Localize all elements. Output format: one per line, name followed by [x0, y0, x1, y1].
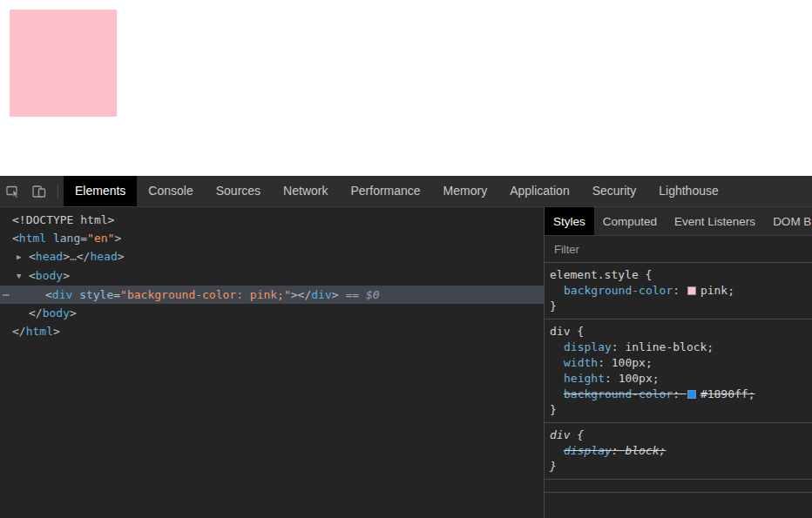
code-token-tag: html — [19, 232, 46, 245]
code-token-plain — [72, 288, 79, 301]
code-token-tag: html — [26, 325, 53, 338]
elements-pane: <!DOCTYPE html><html lang="en">▶<head>…<… — [0, 207, 545, 518]
tab-performance[interactable]: Performance — [339, 176, 431, 206]
rule-selector[interactable]: div — [550, 428, 570, 441]
style-rule: div {display: inline-block;width: 100px;… — [545, 320, 812, 423]
tree-row[interactable]: ▼<body> — [0, 266, 544, 286]
css-property-value[interactable]: 100px; — [612, 356, 653, 369]
rule-closing-brace: } — [550, 459, 809, 474]
color-swatch[interactable] — [687, 390, 696, 399]
tab-lighthouse[interactable]: Lighthouse — [647, 176, 730, 206]
code-token-punct: </ — [12, 325, 26, 338]
code-token-punct: </ — [29, 306, 43, 320]
css-declaration[interactable]: width: 100px; — [550, 355, 809, 371]
styles-empty-section — [545, 480, 812, 493]
css-property-name[interactable]: display — [564, 340, 612, 353]
styles-tabs: StylesComputedEvent ListenersDOM Breakpo… — [545, 207, 812, 236]
row-more-actions-icon[interactable]: ⋯ — [3, 286, 9, 304]
sidebar-tab-styles[interactable]: Styles — [545, 207, 594, 235]
rule-selector[interactable]: div — [550, 325, 570, 338]
rule-closing-brace: } — [550, 402, 809, 418]
color-swatch[interactable] — [687, 286, 696, 295]
tree-row-selected[interactable]: ⋯<div style="background-color: pink;"></… — [0, 286, 544, 304]
pink-div-element — [10, 10, 117, 117]
styles-rules: element.style {background-color: pink;}d… — [545, 263, 812, 480]
css-property-value[interactable]: block; — [625, 444, 666, 457]
code-token-tag: div — [311, 288, 331, 301]
code-token-tag: div — [52, 288, 72, 301]
toggle-device-toolbar-button[interactable] — [26, 176, 52, 206]
css-declaration[interactable]: background-color: #1890ff; — [550, 387, 809, 402]
browser-screen: ElementsConsoleSourcesNetworkPerformance… — [0, 0, 812, 518]
code-token-punct: > — [291, 288, 298, 301]
code-token-attr: lang — [53, 232, 80, 245]
collapse-arrow-icon[interactable]: ▼ — [17, 267, 29, 286]
sidebar-tab-dom-breakpoints[interactable]: DOM Breakpoints — [764, 207, 812, 235]
tab-sources[interactable]: Sources — [205, 176, 272, 206]
code-token-punct: > — [63, 269, 70, 282]
code-token-value: "background-color: pink;" — [120, 288, 291, 301]
css-declaration[interactable]: display: inline-block; — [550, 340, 809, 355]
tree-row[interactable]: </html> — [0, 322, 544, 340]
styles-filter-row — [545, 236, 812, 263]
code-token-annot: == $0 — [339, 288, 380, 301]
devtools-panel: ElementsConsoleSourcesNetworkPerformance… — [0, 176, 812, 518]
code-token-punct: > — [53, 325, 60, 338]
code-token-punct: </ — [77, 250, 91, 263]
code-token-tag: head — [36, 250, 63, 263]
code-token-tag: body — [36, 269, 63, 282]
css-property-value[interactable]: pink; — [700, 284, 734, 297]
main-tabs: ElementsConsoleSourcesNetworkPerformance… — [64, 176, 730, 206]
css-declaration[interactable]: display: block; — [550, 443, 809, 459]
page-preview — [0, 0, 812, 176]
style-rule: div {display: block;} — [545, 423, 812, 480]
tab-network[interactable]: Network — [272, 176, 339, 206]
code-token-plain — [46, 232, 53, 245]
tab-elements[interactable]: Elements — [64, 176, 137, 206]
tree-row[interactable]: <html lang="en"> — [0, 229, 544, 247]
styles-filter-input[interactable] — [554, 243, 802, 256]
css-declaration[interactable]: height: 100px; — [550, 371, 809, 387]
inspect-element-button[interactable] — [0, 176, 26, 206]
code-token-value: "en" — [87, 232, 114, 245]
code-token-punct: > — [63, 250, 70, 263]
css-property-value[interactable]: 100px; — [619, 372, 660, 385]
sidebar-tab-computed[interactable]: Computed — [594, 207, 666, 235]
sidebar-tab-event-listeners[interactable]: Event Listeners — [666, 207, 764, 235]
code-token-punct: = — [113, 288, 120, 301]
expand-arrow-icon[interactable]: ▶ — [17, 248, 29, 266]
css-property-value[interactable]: inline-block; — [625, 340, 714, 353]
tab-application[interactable]: Application — [498, 176, 581, 206]
rule-selector[interactable]: element.style — [550, 268, 639, 281]
devtools-toolbar: ElementsConsoleSourcesNetworkPerformance… — [0, 176, 812, 207]
tree-row[interactable]: </body> — [0, 304, 544, 322]
tree-row[interactable]: ▶<head>…</head> — [0, 247, 544, 266]
css-property-name[interactable]: display — [564, 444, 612, 457]
code-token-punct: > — [118, 250, 125, 263]
code-token-punct: < — [12, 232, 19, 245]
css-property-name[interactable]: background-color — [564, 387, 673, 400]
code-token-attr: style — [79, 288, 113, 301]
css-property-name[interactable]: height — [564, 372, 605, 385]
css-declaration[interactable]: background-color: pink; — [550, 283, 809, 299]
tab-console[interactable]: Console — [137, 176, 204, 206]
code-token-punct: > — [114, 232, 121, 245]
code-token-punct: < — [29, 269, 36, 282]
css-property-name[interactable]: width — [564, 356, 598, 369]
code-token-punct: < — [29, 250, 36, 263]
styles-sidebar: StylesComputedEvent ListenersDOM Breakpo… — [545, 207, 812, 518]
devtools-panes: <!DOCTYPE html><html lang="en">▶<head>…<… — [0, 207, 812, 518]
elements-tree: <!DOCTYPE html><html lang="en">▶<head>…<… — [0, 211, 544, 340]
tab-security[interactable]: Security — [581, 176, 648, 206]
tab-memory[interactable]: Memory — [432, 176, 499, 206]
code-token-tag: body — [43, 306, 70, 320]
tree-row[interactable]: <!DOCTYPE html> — [0, 211, 544, 229]
code-token-dim: … — [70, 250, 77, 263]
toolbar-separator — [58, 184, 58, 199]
code-token-punct: </ — [298, 288, 312, 301]
inspect-icon — [5, 184, 21, 199]
css-property-value[interactable]: #1890ff; — [700, 387, 755, 400]
css-property-name[interactable]: background-color — [564, 284, 673, 297]
code-token-punct: < — [45, 288, 52, 301]
code-token-plain: <!DOCTYPE html> — [12, 213, 114, 226]
